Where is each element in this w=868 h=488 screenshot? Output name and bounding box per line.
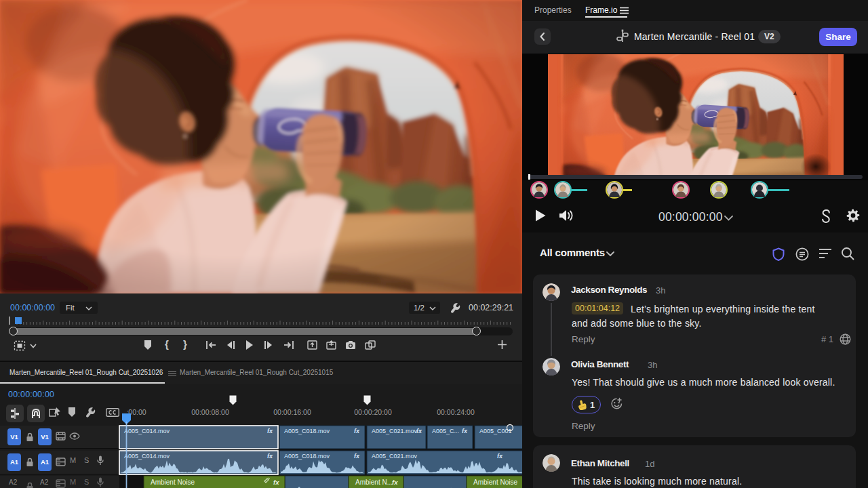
svg-text:A005_C018.mov: A005_C018.mov <box>284 428 330 434</box>
svg-text:Ambient Noise: Ambient Noise <box>151 479 195 486</box>
svg-text:fx: fx <box>416 428 422 434</box>
svg-text:Ambient N...: Ambient N... <box>355 479 393 486</box>
svg-text:A005_C014.mov: A005_C014.mov <box>124 453 170 460</box>
svg-text:A005_C021.mov: A005_C021.mov <box>372 453 418 460</box>
svg-text:fx: fx <box>497 453 503 460</box>
svg-text:A005_C014.mov: A005_C014.mov <box>124 428 170 434</box>
svg-text:A005_C021.mov: A005_C021.mov <box>372 428 418 434</box>
svg-text:fx: fx <box>267 453 273 460</box>
svg-text:A005_C...: A005_C... <box>432 428 459 434</box>
svg-text:Ambient Noise: Ambient Noise <box>473 479 517 486</box>
svg-text:fx: fx <box>354 428 360 434</box>
svg-text:fx: fx <box>273 479 279 486</box>
svg-text:A005_C018.mov: A005_C018.mov <box>284 453 330 460</box>
svg-text:fx: fx <box>392 479 398 486</box>
svg-text:fx: fx <box>267 428 273 434</box>
svg-text:fx: fx <box>462 428 468 434</box>
svg-text:fx: fx <box>354 453 360 460</box>
